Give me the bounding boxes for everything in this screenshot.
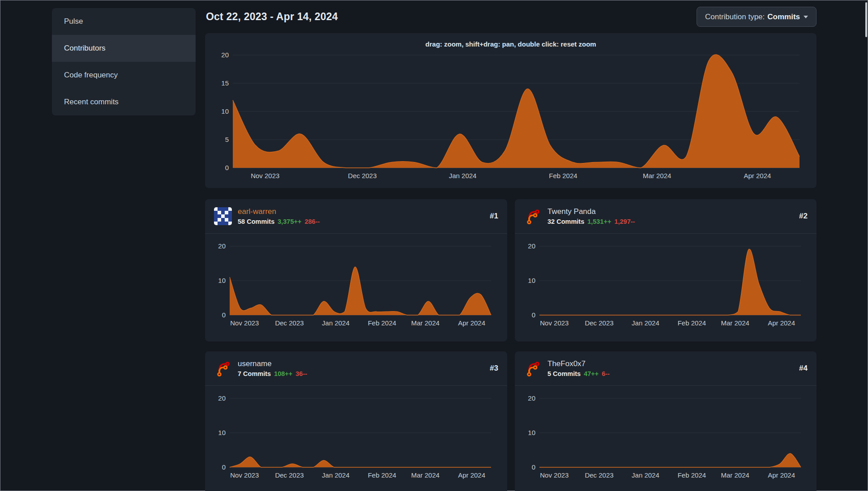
contributor-additions: 3,375++ [278, 218, 301, 225]
sidebar-item-recent-commits[interactable]: Recent commits [52, 89, 196, 115]
svg-text:Dec 2023: Dec 2023 [585, 471, 613, 479]
svg-text:0: 0 [532, 311, 535, 319]
contributor-name-link[interactable]: username [238, 359, 307, 368]
svg-text:Jan 2024: Jan 2024 [632, 471, 659, 479]
contributor-avatar[interactable] [214, 207, 232, 225]
contributor-stats: 58 Commits 3,375++ 286-- [238, 218, 320, 225]
contributor-identity: username 7 Commits 108++ 36-- [238, 359, 307, 377]
contributor-identity: Twenty Panda 32 Commits 1,531++ 1,297-- [547, 207, 635, 225]
contributor-commit-count: 5 Commits [547, 370, 581, 377]
forgejo-logo-icon [524, 207, 542, 225]
svg-text:Apr 2024: Apr 2024 [768, 471, 795, 479]
contributor-stats: 7 Commits 108++ 36-- [238, 370, 307, 377]
contributor-cards-grid: earl-warren 58 Commits 3,375++ 286-- #1 … [205, 199, 817, 491]
svg-text:10: 10 [221, 107, 229, 115]
overall-contributions-chart[interactable]: 05101520Nov 2023Dec 2023Jan 2024Feb 2024… [214, 51, 808, 183]
contributor-card: username 7 Commits 108++ 36-- #3 01020No… [205, 351, 507, 491]
contributor-commits-chart[interactable]: 01020Nov 2023Dec 2023Jan 2024Feb 2024Mar… [522, 389, 808, 482]
dropdown-caret-icon [804, 16, 808, 18]
contributor-rank-badge: #3 [490, 364, 498, 373]
identicon-avatar-image [214, 207, 232, 225]
chart-zoom-hint: drag: zoom, shift+drag: pan, double clic… [214, 40, 808, 49]
svg-text:Feb 2024: Feb 2024 [549, 172, 577, 179]
contributor-card-header: Twenty Panda 32 Commits 1,531++ 1,297-- … [515, 199, 817, 234]
date-range-title: Oct 22, 2023 - Apr 14, 2024 [206, 11, 338, 23]
sidebar-item-code-frequency[interactable]: Code frequency [52, 62, 196, 89]
contributor-chart-area: 01020Nov 2023Dec 2023Jan 2024Feb 2024Mar… [515, 234, 817, 329]
svg-text:0: 0 [225, 164, 229, 171]
svg-text:Nov 2023: Nov 2023 [251, 172, 279, 179]
svg-text:Mar 2024: Mar 2024 [721, 319, 749, 327]
svg-text:10: 10 [528, 429, 535, 436]
svg-text:10: 10 [528, 277, 535, 284]
contributor-name-link[interactable]: Twenty Panda [547, 207, 635, 216]
svg-text:0: 0 [222, 463, 226, 471]
contributor-card-header: TheFox0x7 5 Commits 47++ 6-- #4 [515, 351, 817, 386]
svg-text:Feb 2024: Feb 2024 [368, 319, 396, 327]
svg-text:Nov 2023: Nov 2023 [230, 471, 259, 479]
svg-text:Apr 2024: Apr 2024 [458, 319, 485, 327]
scrollbar-thumb[interactable] [865, 2, 867, 37]
contributor-commits-chart[interactable]: 01020Nov 2023Dec 2023Jan 2024Feb 2024Mar… [212, 236, 498, 329]
svg-text:Apr 2024: Apr 2024 [744, 172, 771, 179]
svg-text:Dec 2023: Dec 2023 [585, 319, 613, 327]
svg-text:20: 20 [218, 394, 226, 402]
contributor-deletions: 36-- [295, 370, 307, 377]
contributor-avatar[interactable] [524, 359, 542, 377]
contributor-additions: 47++ [584, 370, 599, 377]
svg-text:Jan 2024: Jan 2024 [322, 319, 350, 327]
contributor-stats: 5 Commits 47++ 6-- [547, 370, 610, 377]
svg-text:0: 0 [222, 311, 226, 319]
svg-text:Nov 2023: Nov 2023 [230, 319, 259, 327]
contributor-chart-area: 01020Nov 2023Dec 2023Jan 2024Feb 2024Mar… [205, 386, 507, 482]
svg-text:Mar 2024: Mar 2024 [643, 172, 671, 179]
sidebar-item-contributors[interactable]: Contributors [52, 35, 196, 62]
contributor-avatar[interactable] [214, 359, 232, 377]
forgejo-logo-icon [524, 359, 542, 377]
contributor-stats: 32 Commits 1,531++ 1,297-- [547, 218, 635, 225]
contributor-card-header: username 7 Commits 108++ 36-- #3 [205, 351, 507, 386]
contributor-commits-chart[interactable]: 01020Nov 2023Dec 2023Jan 2024Feb 2024Mar… [522, 236, 808, 329]
contributor-deletions: 286-- [304, 218, 320, 225]
svg-text:15: 15 [221, 79, 229, 87]
svg-text:Jan 2024: Jan 2024 [322, 471, 350, 479]
main-content: Oct 22, 2023 - Apr 14, 2024 Contribution… [205, 0, 817, 491]
contributor-name-link[interactable]: earl-warren [238, 207, 320, 216]
svg-text:5: 5 [225, 136, 229, 143]
sidebar-item-pulse[interactable]: Pulse [52, 8, 196, 35]
contributor-additions: 1,531++ [587, 218, 611, 225]
contributor-rank-badge: #4 [799, 364, 808, 373]
contributor-identity: TheFox0x7 5 Commits 47++ 6-- [547, 359, 610, 377]
svg-text:Feb 2024: Feb 2024 [678, 319, 706, 327]
contributor-commits-chart[interactable]: 01020Nov 2023Dec 2023Jan 2024Feb 2024Mar… [212, 389, 498, 482]
contributor-commit-count: 58 Commits [238, 218, 274, 225]
contributor-commit-count: 32 Commits [547, 218, 584, 225]
activity-sidebar-menu: Pulse Contributors Code frequency Recent… [52, 8, 196, 115]
svg-text:Dec 2023: Dec 2023 [275, 319, 304, 327]
contribution-type-value: Commits [767, 13, 800, 21]
contributor-deletions: 1,297-- [614, 218, 635, 225]
contributor-chart-area: 01020Nov 2023Dec 2023Jan 2024Feb 2024Mar… [515, 386, 817, 482]
contributor-card: Twenty Panda 32 Commits 1,531++ 1,297-- … [515, 199, 817, 342]
svg-text:Dec 2023: Dec 2023 [348, 172, 376, 179]
contributor-chart-area: 01020Nov 2023Dec 2023Jan 2024Feb 2024Mar… [205, 234, 507, 329]
contributors-content: drag: zoom, shift+drag: pan, double clic… [205, 33, 817, 491]
svg-text:0: 0 [532, 463, 535, 471]
svg-text:Feb 2024: Feb 2024 [678, 471, 706, 479]
svg-text:Dec 2023: Dec 2023 [275, 471, 304, 479]
contributor-avatar[interactable] [524, 207, 542, 225]
contributor-additions: 108++ [274, 370, 292, 377]
overall-contributions-card: drag: zoom, shift+drag: pan, double clic… [205, 33, 817, 188]
svg-text:20: 20 [528, 394, 535, 402]
contributor-identity: earl-warren 58 Commits 3,375++ 286-- [238, 207, 320, 225]
svg-text:Mar 2024: Mar 2024 [721, 471, 749, 479]
svg-text:Apr 2024: Apr 2024 [458, 471, 485, 479]
contribution-type-dropdown[interactable]: Contribution type: Commits [697, 7, 817, 27]
forgejo-logo-icon [214, 359, 232, 377]
contributor-rank-badge: #1 [490, 212, 498, 221]
svg-text:Jan 2024: Jan 2024 [632, 319, 659, 327]
contributor-card: earl-warren 58 Commits 3,375++ 286-- #1 … [205, 199, 507, 342]
contributor-card-header: earl-warren 58 Commits 3,375++ 286-- #1 [205, 199, 507, 234]
contributor-name-link[interactable]: TheFox0x7 [547, 359, 610, 368]
svg-text:20: 20 [221, 51, 229, 59]
